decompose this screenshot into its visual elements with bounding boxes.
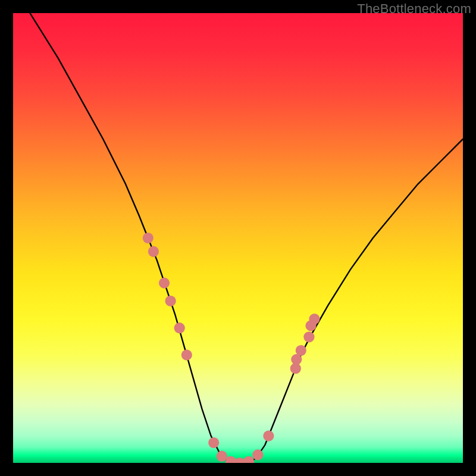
curve-marker [243, 456, 254, 463]
curve-marker [143, 233, 154, 243]
chart-container: TheBottleneck.com [0, 0, 476, 476]
curve-marker [217, 451, 227, 462]
curve-marker [252, 449, 263, 460]
curve-marker [181, 350, 192, 361]
curve-marker [296, 345, 306, 356]
plot-area [13, 13, 463, 463]
bottleneck-curve [13, 13, 463, 463]
curve-svg [13, 13, 463, 463]
curve-marker [159, 278, 170, 289]
curve-marker [303, 331, 314, 342]
curve-markers [143, 233, 320, 463]
curve-marker [309, 314, 320, 324]
curve-marker [208, 437, 219, 448]
curve-marker [148, 246, 159, 257]
curve-marker [165, 296, 176, 306]
curve-marker [263, 431, 274, 441]
curve-marker [174, 322, 185, 333]
